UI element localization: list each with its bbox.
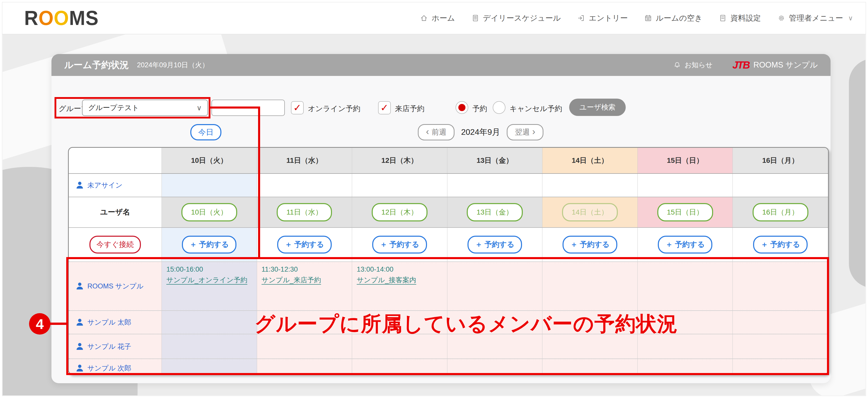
day-header-row: 10日（火） 11日（水） 12日（木） 13日（金） 14日（土） 15日（日…	[69, 148, 828, 173]
prev-week-label: 前週	[432, 127, 446, 137]
plus-icon: ＋	[285, 240, 292, 250]
reserve-button[interactable]: ＋予約する	[372, 236, 427, 253]
nav-item-label: ホーム	[432, 13, 455, 24]
unassigned-link[interactable]: 未アサイン	[69, 174, 162, 197]
next-week-button[interactable]: 翌週 ›	[507, 124, 544, 141]
person-icon	[75, 342, 84, 351]
empty-day-cell	[638, 262, 733, 310]
day-pill-button[interactable]: 16日（月）	[752, 203, 808, 221]
member-name-link[interactable]: ROOMS サンプル	[69, 262, 162, 310]
nav-item-admin-menu[interactable]: 管理者メニュー ∨	[777, 13, 853, 24]
member-name-link[interactable]: サンプル 花子	[69, 334, 162, 359]
check-icon: ✓	[293, 102, 301, 113]
member-row: サンプル 次郎	[69, 359, 828, 374]
day-pill-button[interactable]: 12日（木）	[372, 203, 428, 221]
reserve-label: 予約する	[580, 240, 610, 250]
day-pill-button[interactable]: 13日（金）	[467, 203, 523, 221]
reserve-label: 予約する	[485, 240, 515, 250]
jtb-logo: JTB	[733, 59, 749, 71]
empty-day-cell	[352, 359, 447, 374]
plus-icon: ＋	[380, 240, 387, 250]
unassigned-day-cell[interactable]	[257, 174, 352, 197]
empty-day-cell	[542, 334, 638, 359]
unassigned-day-cell-today[interactable]	[162, 174, 257, 197]
store-visit-checkbox[interactable]: ✓	[378, 101, 391, 114]
empty-day-cell	[542, 359, 638, 374]
cancel-reservation-radio-label: キャンセル予約	[509, 104, 562, 114]
chevron-down-icon: ∨	[848, 14, 853, 22]
booking-link[interactable]: サンプル_来店予約	[262, 276, 321, 284]
reserve-button[interactable]: ＋予約する	[182, 236, 237, 253]
page-header: ルーム予約状況 2024年09月10日（火） お知らせ JTB ROOMS サン…	[52, 54, 831, 76]
reserve-label: 予約する	[389, 240, 419, 250]
reserve-label: 予約する	[294, 240, 324, 250]
member-row: ROOMS サンプル 15:00-16:00 サンプル_オンライン予約 11:3…	[69, 262, 828, 310]
main-area: ルーム予約状況 2024年09月10日（火） お知らせ JTB ROOMS サン…	[3, 34, 865, 395]
booking-time: 13:00-14:00	[357, 266, 442, 273]
member-name-link[interactable]: サンプル 次郎	[69, 359, 162, 374]
connect-reserve-row: 今すぐ接続 ＋予約する ＋予約する ＋予約する ＋予約する ＋予約する ＋予約す…	[69, 227, 828, 262]
day-pill-button-saturday[interactable]: 14日（土）	[562, 203, 618, 221]
nav-item-home[interactable]: ホーム	[420, 13, 455, 24]
day-pill-button[interactable]: 10日（火）	[181, 203, 237, 221]
entry-icon	[577, 14, 585, 22]
online-reservation-label: オンライン予約	[308, 104, 360, 114]
logo-letter: S	[85, 8, 99, 28]
online-reservation-checkbox[interactable]: ✓	[291, 101, 304, 114]
unassigned-day-cell[interactable]	[352, 174, 447, 197]
window-frame: R O O M S ホーム デイリースケジュール エントリー	[2, 2, 866, 396]
reservation-calendar-table: 10日（火） 11日（水） 12日（木） 13日（金） 14日（土） 15日（日…	[68, 147, 829, 374]
empty-day-cell	[733, 359, 828, 374]
nav-item-daily-schedule[interactable]: デイリースケジュール	[471, 13, 561, 24]
check-icon: ✓	[380, 102, 389, 113]
empty-day-cell	[257, 334, 352, 359]
connect-now-button[interactable]: 今すぐ接続	[89, 236, 141, 253]
day-pill-button[interactable]: 11日（水）	[277, 203, 332, 221]
prev-week-button[interactable]: ‹ 前週	[418, 124, 455, 141]
bell-icon	[673, 61, 681, 69]
nav-item-document-settings[interactable]: 資料設定	[719, 13, 761, 24]
reserve-button[interactable]: ＋予約する	[562, 236, 617, 253]
person-icon	[75, 181, 84, 190]
reserve-button[interactable]: ＋予約する	[658, 236, 712, 253]
logo-letter: O	[38, 8, 54, 28]
reserve-button[interactable]: ＋予約する	[467, 236, 522, 253]
unassigned-day-cell[interactable]	[733, 174, 828, 197]
schedule-icon	[471, 14, 479, 22]
user-name-header: ユーザ名	[69, 197, 162, 227]
today-button[interactable]: 今日	[190, 124, 221, 141]
reservation-radio[interactable]	[456, 101, 468, 114]
next-week-label: 翌週	[515, 127, 530, 137]
annotation-group-highlight-box	[55, 97, 211, 119]
empty-day-cell	[542, 262, 638, 310]
annotation-connector-vertical	[258, 106, 260, 257]
empty-day-cell	[638, 359, 733, 374]
day-header-cell: 16日（月）	[733, 148, 828, 173]
reserve-button[interactable]: ＋予約する	[753, 236, 808, 253]
unassigned-day-cell[interactable]	[447, 174, 542, 197]
empty-day-cell	[447, 334, 542, 359]
day-pill-button-sunday[interactable]: 15日（日）	[657, 203, 713, 221]
booking-link[interactable]: サンプル_接客案内	[357, 276, 416, 284]
cancel-reservation-radio[interactable]	[493, 101, 505, 114]
member-name-label: ROOMS サンプル	[87, 281, 144, 291]
user-search-button[interactable]: ユーザ検索	[569, 99, 626, 116]
page-date: 2024年09月10日（火）	[137, 60, 209, 69]
notice-button[interactable]: お知らせ	[673, 60, 713, 69]
nav-item-entry[interactable]: エントリー	[577, 13, 628, 24]
unassigned-day-cell[interactable]	[542, 174, 638, 197]
nav-item-label: 資料設定	[731, 13, 761, 24]
document-icon	[719, 14, 727, 22]
booking-cell: 15:00-16:00 サンプル_オンライン予約	[162, 262, 257, 310]
nav-item-label: エントリー	[589, 13, 628, 24]
gear-icon	[777, 14, 785, 22]
unassigned-day-cell[interactable]	[638, 174, 733, 197]
booking-cell: 13:00-14:00 サンプル_接客案内	[352, 262, 447, 310]
empty-day-cell	[447, 359, 542, 374]
decorative-blob-right	[849, 59, 865, 288]
nav-item-room-vacancy[interactable]: ルームの空き	[644, 13, 703, 24]
nav-item-label: 管理者メニュー	[789, 13, 843, 24]
unassigned-row: 未アサイン	[69, 173, 828, 197]
booking-link[interactable]: サンプル_オンライン予約	[166, 276, 247, 284]
reserve-button[interactable]: ＋予約する	[277, 236, 332, 253]
